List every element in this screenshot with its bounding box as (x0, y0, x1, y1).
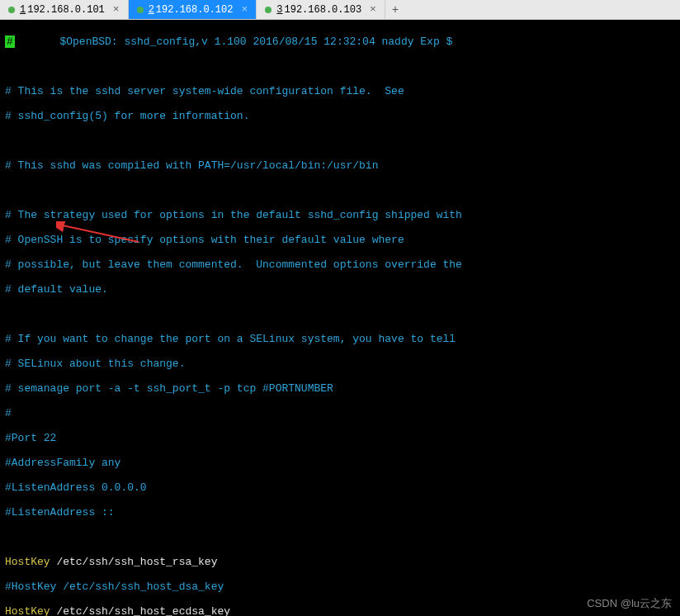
tab-bar: 1 192.168.0.101 × 2 192.168.0.102 × 3 19… (0, 0, 680, 20)
hostkey-path: /etc/ssh/ssh_host_rsa_key (50, 556, 218, 568)
config-line: # OpenSSH is to specify options with the… (5, 234, 675, 246)
tab-label: 192.168.0.102 (156, 4, 234, 16)
terminal-content[interactable]: # $OpenBSD: sshd_config,v 1.100 2016/08/… (0, 20, 680, 616)
config-line: # SELinux about this change. (5, 358, 675, 370)
config-line: # This sshd was compiled with PATH=/usr/… (5, 159, 675, 172)
tab-1[interactable]: 1 192.168.0.101 × (0, 0, 129, 19)
hostkey-keyword: HostKey (5, 605, 50, 616)
port-line: #Port 22 (5, 432, 675, 444)
tab-num: 1 (20, 4, 26, 16)
config-line: #ListenAddress :: (5, 506, 675, 519)
tab-3[interactable]: 3 192.168.0.103 × (257, 0, 385, 19)
add-tab-button[interactable]: + (385, 0, 405, 19)
config-line: # (5, 407, 675, 419)
tab-label: 192.168.0.101 (27, 4, 105, 16)
tab-label: 192.168.0.103 (284, 4, 361, 16)
tab-2[interactable]: 2 192.168.0.102 × (129, 0, 257, 19)
close-icon[interactable]: × (113, 3, 120, 16)
config-line: # The strategy used for options in the d… (5, 209, 675, 221)
config-line: #AddressFamily any (5, 457, 675, 469)
cursor-icon: # (5, 36, 15, 48)
status-dot-icon (8, 7, 15, 13)
config-line: # semanage port -a -t ssh_port_t -p tcp … (5, 382, 675, 395)
config-line: #HostKey /etc/ssh/ssh_host_dsa_key (5, 580, 675, 593)
hostkey-path: /etc/ssh/ssh_host_ecdsa_key (50, 605, 230, 616)
config-line: # If you want to change the port on a SE… (5, 333, 675, 345)
hostkey-keyword: HostKey (5, 556, 50, 568)
config-line: $OpenBSD: sshd_config,v 1.100 2016/08/15… (15, 36, 453, 48)
config-line: # default value. (5, 283, 675, 296)
config-line: # This is the sshd server system-wide co… (5, 85, 675, 97)
status-dot-icon (137, 7, 144, 13)
config-line: #ListenAddress 0.0.0.0 (5, 481, 675, 494)
close-icon[interactable]: × (241, 3, 248, 16)
close-icon[interactable]: × (370, 3, 376, 16)
config-line: # possible, but leave them commented. Un… (5, 258, 675, 271)
status-dot-icon (265, 7, 272, 13)
tab-num: 2 (149, 4, 154, 16)
config-line: # sshd_config(5) for more information. (5, 110, 675, 122)
tab-num: 3 (276, 4, 282, 16)
watermark: CSDN @lu云之东 (587, 596, 672, 611)
